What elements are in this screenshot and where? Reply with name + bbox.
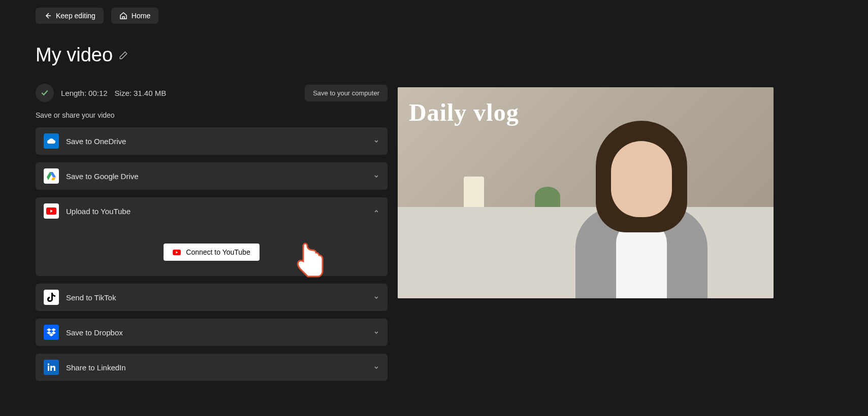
chevron-down-icon [373,294,379,300]
length-label: Length: [61,89,86,97]
save-share-heading: Save or share your video [36,111,388,119]
share-label: Save to Dropbox [66,328,123,337]
dropbox-icon [44,325,59,340]
share-option-youtube[interactable]: Upload to YouTube Connect to YouTube [36,197,388,276]
svg-rect-3 [48,366,49,371]
keep-editing-label: Keep editing [56,12,95,20]
size-value: 31.40 MB [134,89,166,97]
arrow-left-icon [44,12,52,20]
gdrive-icon [44,168,59,184]
connect-youtube-label: Connect to YouTube [186,248,250,256]
edit-icon[interactable] [119,51,128,60]
youtube-icon [44,203,59,219]
onedrive-icon [44,133,59,149]
share-label: Send to TikTok [66,293,116,302]
share-option-gdrive[interactable]: Save to Google Drive [36,162,388,190]
page-title: My video [36,44,113,66]
size-label: Size: [115,89,132,97]
connect-youtube-button[interactable]: Connect to YouTube [164,244,259,261]
chevron-up-icon [373,208,379,214]
share-label: Share to LinkedIn [66,363,126,372]
home-label: Home [132,12,150,20]
share-label: Save to OneDrive [66,137,126,146]
youtube-icon [173,250,181,255]
share-option-linkedin[interactable]: Share to LinkedIn [36,354,388,381]
cursor-pointer-icon [295,241,326,279]
share-label: Upload to YouTube [66,207,131,216]
linkedin-icon [44,360,59,375]
preview-overlay-title: Daily vlog [409,98,519,126]
chevron-down-icon [373,138,379,144]
chevron-down-icon [373,364,379,370]
home-icon [119,12,127,20]
status-check-circle [36,84,54,102]
save-to-computer-button[interactable]: Save to your computer [305,85,388,101]
length-value: 00:12 [88,89,108,97]
share-option-dropbox[interactable]: Save to Dropbox [36,319,388,346]
video-preview[interactable]: Daily vlog [398,87,774,298]
share-option-onedrive[interactable]: Save to OneDrive [36,127,388,155]
home-button[interactable]: Home [111,8,158,24]
share-label: Save to Google Drive [66,172,139,181]
svg-point-4 [48,363,50,365]
tiktok-icon [44,290,59,305]
check-icon [40,88,49,97]
chevron-down-icon [373,173,379,179]
chevron-down-icon [373,329,379,335]
keep-editing-button[interactable]: Keep editing [36,8,104,24]
share-option-tiktok[interactable]: Send to TikTok [36,284,388,311]
